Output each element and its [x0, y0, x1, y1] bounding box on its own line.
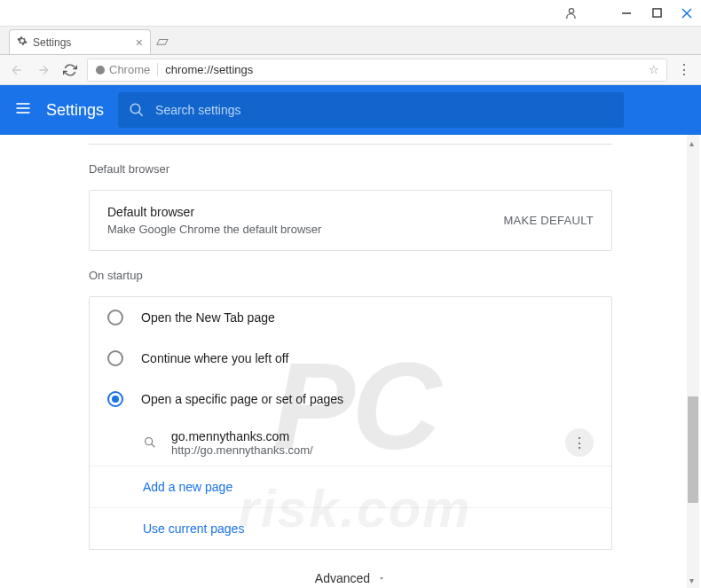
- on-startup-card: Open the New Tab page Continue where you…: [89, 296, 612, 550]
- radio-label: Continue where you left off: [141, 351, 288, 365]
- page-entry-menu-button[interactable]: ⋮: [565, 428, 594, 457]
- svg-point-0: [569, 8, 573, 12]
- startup-option-continue[interactable]: Continue where you left off: [90, 338, 611, 379]
- default-browser-title: Default browser: [107, 205, 503, 219]
- search-settings-box[interactable]: [118, 92, 624, 128]
- tab-title: Settings: [33, 36, 71, 49]
- url-scheme-label: Chrome: [95, 63, 158, 76]
- svg-line-12: [151, 443, 154, 447]
- startup-page-url: http://go.mennythanks.com/: [171, 443, 565, 457]
- radio-label: Open the New Tab page: [141, 310, 275, 325]
- window-maximize-button[interactable]: [650, 6, 664, 20]
- forward-button[interactable]: [34, 60, 53, 80]
- use-current-pages-link[interactable]: Use current pages: [143, 521, 244, 536]
- radio-icon: [107, 391, 123, 407]
- browser-menu-button[interactable]: ⋮: [674, 60, 694, 80]
- radio-icon: [107, 350, 123, 366]
- radio-icon: [107, 310, 123, 325]
- scroll-up-icon[interactable]: ▴: [687, 138, 696, 147]
- divider: [89, 144, 612, 145]
- browser-tab-settings[interactable]: Settings ×: [9, 29, 151, 54]
- chevron-down-icon: [377, 571, 386, 585]
- user-profile-icon[interactable]: [564, 6, 579, 20]
- page-title: Settings: [46, 101, 104, 120]
- browser-tab-bar: Settings × ▱: [0, 27, 701, 55]
- svg-point-5: [96, 66, 105, 74]
- section-label-default-browser: Default browser: [89, 162, 612, 176]
- search-icon: [129, 102, 145, 118]
- svg-line-10: [138, 112, 143, 116]
- make-default-button[interactable]: MAKE DEFAULT: [503, 214, 594, 227]
- section-label-on-startup: On startup: [89, 269, 612, 282]
- search-settings-input[interactable]: [155, 103, 613, 117]
- window-minimize-button[interactable]: [619, 6, 634, 20]
- svg-rect-2: [652, 9, 660, 17]
- radio-label: Open a specific page or set of pages: [141, 392, 343, 406]
- window-titlebar: [0, 0, 701, 27]
- reload-button[interactable]: [60, 60, 80, 80]
- settings-header-bar: Settings: [0, 85, 701, 135]
- favicon-icon: [143, 435, 157, 450]
- startup-option-new-tab[interactable]: Open the New Tab page: [90, 297, 611, 338]
- window-close-button[interactable]: [680, 6, 694, 20]
- scrollbar-track[interactable]: ▴ ▾: [687, 135, 699, 588]
- scrollbar-thumb[interactable]: [688, 396, 698, 503]
- startup-page-entry: go.mennythanks.com http://go.mennythanks…: [90, 419, 611, 466]
- gear-icon: [17, 35, 28, 49]
- settings-content: Default browser Default browser Make Goo…: [0, 135, 701, 588]
- advanced-label: Advanced: [315, 571, 370, 585]
- advanced-toggle[interactable]: Advanced: [89, 550, 612, 588]
- address-bar[interactable]: Chrome chrome://settings ☆: [87, 59, 667, 82]
- browser-toolbar: Chrome chrome://settings ☆ ⋮: [0, 55, 701, 85]
- url-text: chrome://settings: [165, 63, 649, 76]
- bookmark-star-icon[interactable]: ☆: [649, 63, 659, 76]
- add-new-page-link[interactable]: Add a new page: [143, 480, 232, 494]
- startup-option-specific-pages[interactable]: Open a specific page or set of pages: [90, 379, 611, 419]
- svg-point-9: [130, 104, 140, 114]
- new-tab-button[interactable]: ▱: [156, 31, 169, 54]
- default-browser-subtitle: Make Google Chrome the default browser: [107, 223, 503, 236]
- scroll-down-icon[interactable]: ▾: [687, 576, 696, 584]
- hamburger-menu-icon[interactable]: [14, 99, 32, 121]
- back-button[interactable]: [7, 60, 27, 80]
- startup-page-name: go.mennythanks.com: [171, 429, 565, 443]
- default-browser-card: Default browser Make Google Chrome the d…: [89, 190, 612, 251]
- tab-close-button[interactable]: ×: [136, 35, 143, 50]
